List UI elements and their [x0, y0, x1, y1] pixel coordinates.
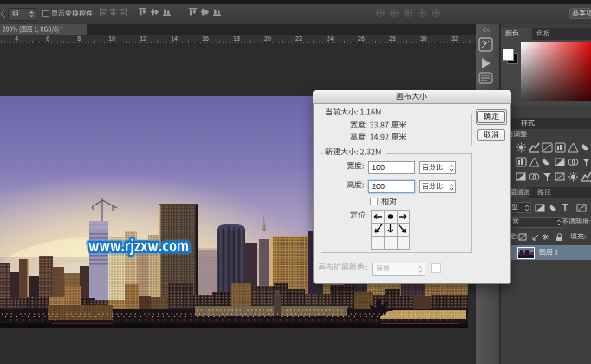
svg-text:6: 6	[46, 36, 49, 42]
svg-text:32: 32	[451, 36, 458, 42]
svg-text:16: 16	[202, 36, 209, 42]
svg-text:8: 8	[77, 36, 81, 42]
svg-text:24: 24	[327, 36, 334, 42]
svg-text:26: 26	[358, 36, 365, 42]
svg-text:30: 30	[420, 36, 427, 42]
svg-text:12: 12	[140, 36, 146, 42]
svg-text:22: 22	[296, 36, 302, 42]
svg-text:18: 18	[233, 36, 240, 42]
svg-text:20: 20	[264, 36, 271, 42]
svg-text:14: 14	[171, 36, 178, 42]
svg-text:10: 10	[108, 36, 115, 42]
svg-text:28: 28	[389, 36, 396, 42]
svg-text:4: 4	[15, 36, 18, 42]
